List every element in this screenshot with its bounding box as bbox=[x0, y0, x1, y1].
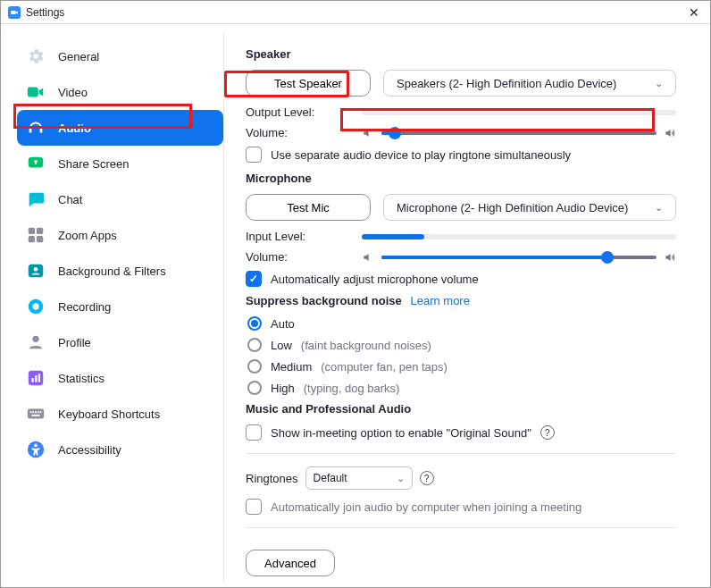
speaker-high-icon bbox=[664, 127, 676, 139]
chat-icon bbox=[26, 189, 46, 209]
svg-rect-21 bbox=[31, 415, 39, 416]
svg-rect-3 bbox=[37, 228, 43, 234]
sidebar-item-label: Audio bbox=[58, 122, 91, 135]
separate-ringtone-checkbox[interactable] bbox=[246, 147, 262, 163]
main-panel: Speaker Test Speaker Speakers (2- High D… bbox=[224, 33, 699, 582]
speaker-volume-label: Volume: bbox=[246, 126, 362, 139]
svg-point-7 bbox=[34, 267, 38, 272]
sidebar-item-general[interactable]: General bbox=[17, 38, 223, 74]
original-sound-label: Show in-meeting option to enable "Origin… bbox=[271, 426, 531, 440]
ringtones-dropdown[interactable]: Default ⌄ bbox=[305, 466, 413, 490]
auto-join-audio-label: Automatically join audio by computer whe… bbox=[271, 500, 581, 514]
statistics-icon bbox=[26, 368, 46, 388]
sidebar-item-recording[interactable]: Recording bbox=[17, 289, 223, 324]
sidebar-item-label: Background & Filters bbox=[58, 265, 166, 278]
input-level-meter bbox=[362, 234, 676, 239]
advanced-button[interactable]: Advanced bbox=[246, 550, 335, 576]
sidebar-item-profile[interactable]: Profile bbox=[17, 324, 223, 360]
keyboard-icon bbox=[26, 404, 46, 424]
music-heading: Music and Professional Audio bbox=[246, 402, 676, 416]
sidebar-item-label: Chat bbox=[58, 193, 82, 206]
svg-rect-4 bbox=[29, 236, 35, 242]
suppress-heading-text: Suppress background noise bbox=[246, 294, 402, 307]
suppress-option-hint: (computer fan, pen taps) bbox=[321, 360, 448, 374]
sidebar-item-statistics[interactable]: Statistics bbox=[17, 360, 223, 396]
settings-body: General Video Audio Share Screen Chat Zo… bbox=[1, 24, 710, 587]
auto-adjust-mic-label: Automatically adjust microphone volume bbox=[271, 273, 479, 286]
svg-rect-13 bbox=[35, 375, 37, 382]
separate-ringtone-label: Use separate audio device to play ringto… bbox=[271, 148, 571, 162]
chevron-down-icon: ⌄ bbox=[655, 202, 663, 214]
svg-point-10 bbox=[32, 336, 38, 342]
suppress-heading: Suppress background noise Learn more bbox=[246, 294, 676, 307]
help-icon[interactable]: ? bbox=[540, 425, 555, 440]
suppress-option-hint: (faint background noises) bbox=[301, 339, 431, 352]
divider bbox=[246, 453, 676, 454]
sidebar-item-keyboard-shortcuts[interactable]: Keyboard Shortcuts bbox=[17, 396, 223, 432]
mic-volume-slider[interactable] bbox=[362, 251, 676, 264]
speaker-device-selected: Speakers (2- High Definition Audio Devic… bbox=[397, 77, 616, 90]
mic-device-dropdown[interactable]: Microphone (2- High Definition Audio Dev… bbox=[383, 194, 676, 221]
svg-point-9 bbox=[32, 303, 38, 309]
suppress-radio-medium[interactable] bbox=[247, 359, 262, 374]
sidebar-item-accessibility[interactable]: Accessibility bbox=[17, 432, 223, 467]
suppress-option-label: Medium bbox=[271, 360, 312, 374]
sidebar-item-background-filters[interactable]: Background & Filters bbox=[17, 253, 223, 289]
svg-rect-12 bbox=[31, 378, 33, 382]
speaker-high-icon bbox=[664, 251, 676, 264]
sidebar-item-chat[interactable]: Chat bbox=[17, 181, 223, 217]
help-icon[interactable]: ? bbox=[420, 471, 434, 485]
suppress-radio-low[interactable] bbox=[247, 338, 262, 352]
video-icon bbox=[26, 82, 46, 102]
microphone-heading: Microphone bbox=[246, 172, 676, 185]
chevron-down-icon: ⌄ bbox=[397, 473, 405, 484]
svg-rect-14 bbox=[38, 374, 40, 382]
speaker-volume-slider[interactable] bbox=[362, 127, 676, 139]
sidebar-item-video[interactable]: Video bbox=[17, 74, 223, 110]
settings-window: Settings ✕ General Video Audio Share Scr… bbox=[0, 0, 711, 588]
accessibility-icon bbox=[26, 440, 46, 459]
speaker-device-dropdown[interactable]: Speakers (2- High Definition Audio Devic… bbox=[383, 70, 676, 97]
sidebar-item-label: Statistics bbox=[58, 372, 105, 385]
svg-rect-17 bbox=[32, 411, 34, 413]
speaker-low-icon bbox=[362, 127, 374, 139]
close-button[interactable]: ✕ bbox=[685, 5, 703, 20]
share-screen-icon bbox=[26, 154, 46, 173]
sidebar-item-audio[interactable]: Audio bbox=[17, 110, 223, 146]
sidebar-item-label: Zoom Apps bbox=[58, 229, 117, 242]
speaker-low-icon bbox=[362, 251, 374, 264]
ringtones-selected: Default bbox=[314, 472, 347, 484]
sidebar-item-label: Recording bbox=[58, 300, 111, 314]
suppress-radio-high[interactable] bbox=[247, 381, 262, 395]
suppress-option-label: Auto bbox=[271, 317, 295, 331]
background-icon bbox=[26, 261, 46, 281]
svg-rect-15 bbox=[28, 409, 44, 419]
titlebar: Settings ✕ bbox=[1, 1, 710, 24]
mic-device-selected: Microphone (2- High Definition Audio Dev… bbox=[397, 201, 628, 214]
test-speaker-button[interactable]: Test Speaker bbox=[246, 70, 371, 97]
sidebar-item-label: Accessibility bbox=[58, 443, 121, 457]
recording-icon bbox=[26, 297, 46, 316]
auto-join-audio-checkbox[interactable] bbox=[246, 499, 262, 515]
sidebar-item-label: General bbox=[58, 50, 99, 63]
svg-rect-16 bbox=[30, 411, 32, 413]
svg-rect-18 bbox=[35, 411, 37, 413]
sidebar-item-zoom-apps[interactable]: Zoom Apps bbox=[17, 217, 223, 253]
learn-more-link[interactable]: Learn more bbox=[410, 294, 469, 307]
profile-icon bbox=[26, 332, 46, 352]
svg-point-23 bbox=[34, 444, 38, 448]
speaker-heading: Speaker bbox=[246, 47, 676, 61]
headphones-icon bbox=[26, 118, 46, 138]
suppress-option-label: Low bbox=[271, 339, 292, 352]
chevron-down-icon: ⌄ bbox=[655, 78, 663, 89]
output-level-label: Output Level: bbox=[246, 105, 362, 119]
suppress-radio-auto[interactable] bbox=[247, 316, 262, 331]
zoom-app-icon bbox=[8, 6, 21, 19]
output-level-meter bbox=[362, 110, 676, 115]
titlebar-left: Settings bbox=[8, 6, 64, 19]
original-sound-checkbox[interactable] bbox=[246, 424, 262, 441]
sidebar-item-share-screen[interactable]: Share Screen bbox=[17, 146, 223, 181]
test-mic-button[interactable]: Test Mic bbox=[246, 194, 371, 221]
auto-adjust-mic-checkbox[interactable] bbox=[246, 271, 262, 287]
sidebar-item-label: Keyboard Shortcuts bbox=[58, 407, 160, 421]
